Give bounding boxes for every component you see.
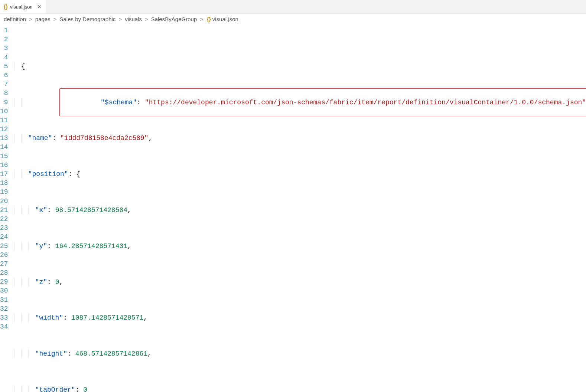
line-number: 15 [0,152,14,161]
breadcrumb-item[interactable]: definition [4,16,26,22]
line-number: 26 [0,251,14,259]
code-line: { [14,62,586,71]
line-number: 1 [0,26,14,35]
code-line: "z": 0, [14,278,586,287]
chevron-right-icon: > [52,16,58,22]
line-number: 19 [0,187,14,196]
line-number: 2 [0,35,14,44]
line-number: 14 [0,143,14,151]
editor-tab-active[interactable]: {} visual.json ✕ [0,0,46,13]
chevron-right-icon: > [117,16,123,22]
chevron-right-icon: > [198,16,205,22]
line-number: 10 [0,107,14,116]
code-line: "y": 164.28571428571431, [14,242,586,251]
line-number: 13 [0,134,14,143]
line-number: 3 [0,44,14,53]
line-number: 32 [0,304,14,313]
code-area[interactable]: { "$schema": "https://developer.microsof… [14,26,586,392]
line-number: 24 [0,232,14,241]
chevron-right-icon: > [27,16,34,22]
line-number: 4 [0,53,14,62]
line-number: 20 [0,197,14,206]
editor-tab-bar: {} visual.json ✕ [0,0,586,14]
line-number: 22 [0,215,14,223]
breadcrumb-item[interactable]: SalesByAgeGroup [151,16,197,22]
line-number: 8 [0,89,14,98]
chevron-right-icon: > [143,16,150,22]
line-number: 23 [0,223,14,232]
breadcrumb: definition > pages > Sales by Demographi… [0,14,586,25]
line-number: 5 [0,62,14,71]
code-line-highlighted: "$schema": "https://developer.microsoft.… [14,98,586,107]
line-number: 7 [0,80,14,89]
breadcrumb-item[interactable]: visuals [125,16,142,22]
line-number: 9 [0,98,14,107]
code-line: "x": 98.571428571428584, [14,206,586,215]
code-editor[interactable]: 1234567891011121314151617181920212223242… [0,25,586,392]
breadcrumb-item[interactable]: Sales by Demographic [59,16,115,22]
code-line: "tabOrder": 0 [14,385,586,392]
line-number: 30 [0,286,14,295]
line-number: 28 [0,268,14,277]
schema-highlight: "$schema": "https://developer.microsoft.… [59,88,586,116]
line-number: 33 [0,313,14,322]
line-number: 6 [0,71,14,80]
line-number-gutter: 1234567891011121314151617181920212223242… [0,26,14,392]
tab-title: visual.json [10,4,33,10]
code-line: "width": 1087.1428571428571, [14,313,586,322]
breadcrumb-file[interactable]: visual.json [212,16,238,22]
json-icon: {} [207,16,211,22]
close-icon[interactable]: ✕ [37,4,42,10]
line-number: 29 [0,277,14,286]
breadcrumb-item[interactable]: pages [35,16,51,22]
line-number: 11 [0,116,14,125]
line-number: 18 [0,179,14,187]
code-line: "name": "1ddd7d8158e4cda2c589", [14,134,586,143]
line-number: 25 [0,242,14,251]
line-number: 12 [0,125,14,134]
line-number: 27 [0,259,14,268]
line-number: 34 [0,322,14,331]
code-line: "position": { [14,170,586,179]
line-number: 16 [0,161,14,170]
line-number: 21 [0,206,14,215]
json-icon: {} [4,4,8,10]
line-number: 31 [0,295,14,304]
code-line: "height": 468.57142857142861, [14,349,586,358]
line-number: 17 [0,170,14,179]
